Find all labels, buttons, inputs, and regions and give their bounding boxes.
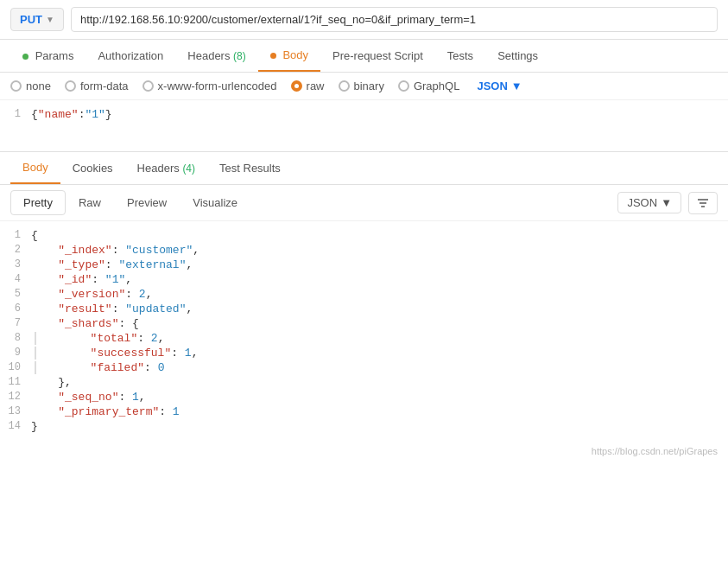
view-tab-pretty[interactable]: Pretty bbox=[10, 190, 66, 215]
response-line-5: 5 "_version": 2, bbox=[0, 287, 728, 302]
response-line-8: 8 "total": 2, bbox=[0, 331, 728, 346]
response-body: 1 { 2 "_index": "customer", 3 "_type": "… bbox=[0, 221, 728, 463]
json-format-dropdown[interactable]: JSON ▼ bbox=[477, 80, 522, 92]
chevron-down-icon: ▼ bbox=[511, 80, 522, 92]
radio-graphql bbox=[398, 80, 409, 92]
filter-icon bbox=[696, 196, 710, 210]
request-tabs: Params Authorization Headers (8) Body Pr… bbox=[0, 40, 728, 73]
response-line-10: 10 "failed": 0 bbox=[0, 360, 728, 375]
chevron-down-icon: ▼ bbox=[661, 196, 672, 209]
response-toolbar: Pretty Raw Preview Visualize JSON ▼ bbox=[0, 185, 728, 221]
radio-binary bbox=[339, 80, 350, 92]
response-line-3: 3 "_type": "external", bbox=[0, 258, 728, 272]
body-dot bbox=[270, 53, 276, 59]
response-tab-cookies[interactable]: Cookies bbox=[60, 153, 125, 183]
body-type-graphql[interactable]: GraphQL bbox=[398, 80, 459, 92]
request-body-editor[interactable]: 1 {"name":"1"} bbox=[0, 100, 728, 152]
url-input[interactable] bbox=[71, 7, 718, 32]
tab-headers[interactable]: Headers (8) bbox=[175, 41, 257, 71]
response-tabs: Body Cookies Headers (4) Test Results bbox=[0, 152, 728, 185]
tab-params[interactable]: Params bbox=[10, 41, 85, 71]
view-tab-raw[interactable]: Raw bbox=[66, 190, 114, 215]
response-format-dropdown[interactable]: JSON ▼ bbox=[617, 192, 681, 213]
response-section: Body Cookies Headers (4) Test Results Pr… bbox=[0, 152, 728, 463]
response-line-1: 1 { bbox=[0, 228, 728, 243]
tab-tests[interactable]: Tests bbox=[435, 41, 485, 71]
view-tab-visualize[interactable]: Visualize bbox=[180, 190, 250, 215]
response-line-4: 4 "_id": "1", bbox=[0, 272, 728, 287]
response-line-7: 7 "_shards": { bbox=[0, 316, 728, 331]
method-dropdown[interactable]: PUT ▼ bbox=[10, 8, 64, 31]
body-type-urlencoded[interactable]: x-www-form-urlencoded bbox=[142, 80, 277, 92]
method-label: PUT bbox=[20, 13, 42, 26]
response-line-11: 11 }, bbox=[0, 375, 728, 390]
params-dot bbox=[22, 54, 28, 60]
response-tab-body[interactable]: Body bbox=[10, 152, 60, 184]
response-tab-test-results[interactable]: Test Results bbox=[207, 153, 293, 183]
tab-pre-request-script[interactable]: Pre-request Script bbox=[320, 41, 435, 71]
filter-button[interactable] bbox=[688, 192, 718, 214]
radio-form-data bbox=[65, 80, 76, 92]
body-type-raw[interactable]: raw bbox=[291, 80, 325, 92]
radio-raw bbox=[291, 80, 302, 92]
request-body-line: 1 {"name":"1"} bbox=[0, 107, 728, 122]
body-type-form-data[interactable]: form-data bbox=[65, 80, 129, 92]
response-line-13: 13 "_primary_term": 1 bbox=[0, 404, 728, 419]
tab-authorization[interactable]: Authorization bbox=[85, 41, 175, 71]
body-type-none[interactable]: none bbox=[10, 80, 51, 92]
url-bar: PUT ▼ bbox=[0, 0, 728, 40]
tab-settings[interactable]: Settings bbox=[485, 41, 550, 71]
body-type-binary[interactable]: binary bbox=[339, 80, 384, 92]
response-line-6: 6 "result": "updated", bbox=[0, 302, 728, 316]
radio-urlencoded bbox=[142, 80, 154, 92]
tab-body[interactable]: Body bbox=[258, 40, 320, 72]
radio-none bbox=[10, 80, 22, 92]
response-line-2: 2 "_index": "customer", bbox=[0, 243, 728, 258]
body-type-row: none form-data x-www-form-urlencoded raw… bbox=[0, 73, 728, 100]
watermark: https://blog.csdn.net/piGrapes bbox=[592, 446, 718, 456]
response-line-12: 12 "_seq_no": 1, bbox=[0, 390, 728, 404]
view-tab-preview[interactable]: Preview bbox=[114, 190, 180, 215]
response-tab-headers[interactable]: Headers (4) bbox=[125, 153, 207, 183]
chevron-down-icon: ▼ bbox=[46, 15, 54, 24]
response-line-9: 9 "successful": 1, bbox=[0, 346, 728, 360]
response-line-14: 14 } bbox=[0, 419, 728, 434]
